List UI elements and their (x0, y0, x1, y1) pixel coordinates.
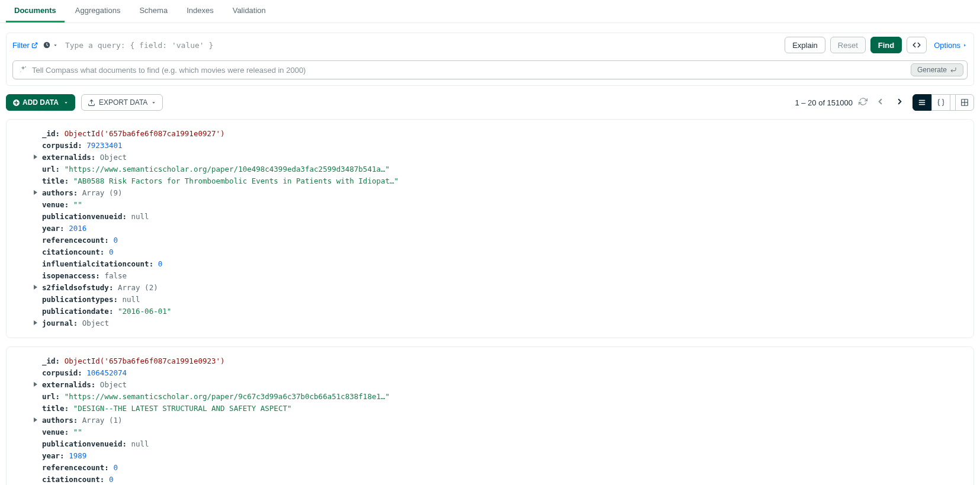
table-icon (960, 98, 969, 107)
tabs-bar: Documents Aggregations Schema Indexes Va… (0, 0, 980, 23)
filter-label: Filter (12, 41, 30, 50)
field-value: "" (73, 428, 82, 436)
chevron-left-icon (876, 97, 885, 106)
options-link[interactable]: Options (934, 41, 968, 50)
field-value: null (131, 439, 149, 448)
next-page-button[interactable] (893, 95, 907, 110)
code-icon (912, 41, 921, 49)
field-value[interactable]: Object (100, 153, 127, 162)
add-data-label: ADD DATA (23, 98, 59, 107)
caret-down-icon (53, 43, 58, 48)
view-json-button[interactable] (931, 94, 950, 111)
field-value: 1989 (69, 451, 86, 460)
open-external-icon (31, 42, 38, 49)
query-input[interactable] (63, 38, 780, 52)
field-value: null (122, 295, 140, 304)
field-value: false (104, 271, 127, 280)
chevron-right-icon (895, 97, 904, 106)
caret-down-icon (151, 100, 156, 105)
view-toggle (912, 94, 974, 111)
caret-down-icon (63, 100, 69, 105)
field-value: ObjectId('657ba6fe6f087ca1991e0927') (65, 129, 225, 138)
code-toggle-button[interactable] (907, 37, 927, 53)
field-value: 0 (113, 236, 118, 245)
history-button[interactable] (43, 41, 58, 49)
plus-circle-icon (12, 99, 20, 107)
field-value: "DESIGN--THE LATEST STRUCTURAL AND SAFET… (73, 404, 292, 413)
tab-aggregations[interactable]: Aggregations (67, 0, 129, 23)
find-button[interactable]: Find (870, 37, 902, 53)
field-value: 79233401 (86, 141, 122, 150)
filter-link[interactable]: Filter (12, 41, 38, 50)
tab-validation[interactable]: Validation (224, 0, 274, 23)
field-value[interactable]: Array (9) (82, 188, 123, 197)
query-section: Filter Explain Reset Find Options Genera… (6, 33, 974, 86)
field-value: null (131, 212, 149, 221)
options-label: Options (934, 41, 960, 50)
export-data-label: EXPORT DATA (99, 98, 147, 107)
ai-query-input[interactable] (32, 66, 911, 75)
view-list-button[interactable] (912, 94, 931, 111)
field-value: 0 (109, 475, 114, 484)
paging-text: 1 – 20 of 151000 (795, 98, 853, 107)
prev-page-button[interactable] (873, 95, 887, 110)
view-table-button[interactable] (955, 94, 974, 111)
document-card[interactable]: _id: ObjectId('657ba6fe6f087ca1991e0923'… (6, 346, 974, 485)
field-value: 2016 (69, 224, 86, 233)
toolbar: ADD DATA EXPORT DATA 1 – 20 of 151000 (0, 86, 980, 119)
sparkle-icon (19, 65, 27, 75)
field-value[interactable]: Object (100, 380, 127, 389)
refresh-button[interactable] (859, 97, 867, 108)
field-value: "https://www.semanticscholar.org/paper/1… (65, 165, 390, 174)
tab-schema[interactable]: Schema (131, 0, 176, 23)
documents-list: _id: ObjectId('657ba6fe6f087ca1991e0927'… (0, 119, 980, 485)
field-value: 0 (113, 463, 118, 472)
svg-line-0 (34, 43, 37, 46)
caret-right-icon (962, 43, 968, 48)
field-value: ObjectId('657ba6fe6f087ca1991e0923') (65, 356, 225, 365)
generate-label: Generate (917, 66, 947, 74)
tab-indexes[interactable]: Indexes (178, 0, 222, 23)
field-value: "AB0588 Risk Factors for Thromboembolic … (73, 176, 399, 185)
add-data-button[interactable]: ADD DATA (6, 94, 75, 111)
export-data-button[interactable]: EXPORT DATA (81, 94, 163, 111)
clock-icon (43, 41, 51, 49)
field-value: "2016-06-01" (118, 307, 171, 316)
svg-point-2 (25, 66, 26, 68)
svg-point-3 (20, 71, 21, 72)
field-value: "https://www.semanticscholar.org/paper/9… (65, 392, 390, 401)
export-icon (88, 99, 95, 107)
field-value: 0 (158, 259, 163, 268)
generate-button[interactable]: Generate (911, 63, 963, 76)
refresh-icon (859, 97, 867, 106)
document-card[interactable]: _id: ObjectId('657ba6fe6f087ca1991e0927'… (6, 119, 974, 338)
field-value: 106452074 (86, 368, 127, 377)
field-value: 0 (109, 248, 114, 256)
ai-query-row: Generate (12, 60, 968, 79)
explain-button[interactable]: Explain (785, 37, 825, 53)
field-value[interactable]: Array (2) (118, 283, 158, 292)
field-value[interactable]: Array (1) (82, 416, 123, 425)
field-value: "" (73, 200, 82, 209)
tab-documents[interactable]: Documents (6, 0, 65, 23)
enter-icon (950, 66, 957, 73)
braces-icon (937, 98, 945, 107)
list-icon (918, 98, 926, 107)
field-value[interactable]: Object (82, 319, 109, 327)
reset-button[interactable]: Reset (830, 37, 866, 53)
